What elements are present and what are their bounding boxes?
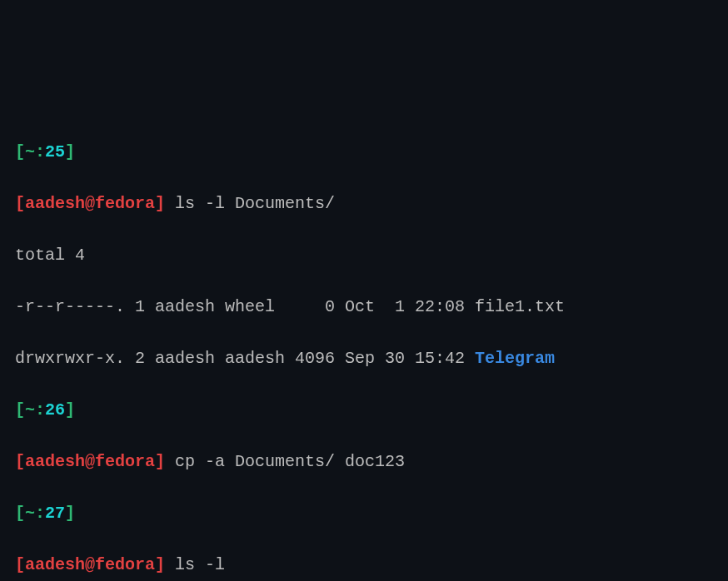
listing-output-1: -r--r-----. 1 aadesh wheel 0 Oct 1 22:08… xyxy=(15,294,713,371)
bracket-close: ] xyxy=(65,400,75,420)
path: ~ xyxy=(25,400,35,420)
path: ~ xyxy=(25,142,35,161)
bracket-open: [ xyxy=(15,142,25,161)
hostname: fedora xyxy=(95,452,155,471)
prompt-path-line: [~:27] xyxy=(15,500,713,526)
file-row: -r--r-----. 1 aadesh wheel 0 Oct 1 22:08… xyxy=(15,294,713,320)
terminal[interactable]: [~:25] [aadesh@fedora] ls -l Documents/ … xyxy=(15,113,713,581)
file-row: drwxrwxr-x. 2 aadesh aadesh 4096 Sep 30 … xyxy=(15,345,713,371)
bracket-open: [ xyxy=(15,555,25,574)
history-number: 27 xyxy=(45,504,65,523)
bracket-close: ] xyxy=(65,504,75,523)
bracket-open: [ xyxy=(15,400,25,420)
path-sep: : xyxy=(35,504,45,523)
at-sign: @ xyxy=(85,555,95,574)
command-text: ls -l Documents/ xyxy=(165,194,335,213)
bracket-open: [ xyxy=(15,194,25,213)
total-line: total 4 xyxy=(15,242,713,268)
prompt-user-line: [aadesh@fedora] ls -l Documents/ xyxy=(15,191,713,216)
file-meta: -r--r-----. 1 aadesh wheel 0 Oct 1 22:08 xyxy=(15,297,475,316)
bracket-open: [ xyxy=(15,504,25,523)
prompt-path-line: [~:26] xyxy=(15,397,713,423)
prompt-user-line: [aadesh@fedora] cp -a Documents/ doc123 xyxy=(15,449,713,474)
bracket-close: ] xyxy=(155,555,165,574)
user: aadesh xyxy=(25,555,85,574)
path-sep: : xyxy=(35,400,45,420)
bracket-close: ] xyxy=(155,452,165,471)
bracket-close: ] xyxy=(65,142,75,161)
hostname: fedora xyxy=(95,555,155,574)
user: aadesh xyxy=(25,194,85,213)
path-sep: : xyxy=(35,142,45,161)
user: aadesh xyxy=(25,452,85,471)
at-sign: @ xyxy=(85,194,95,213)
bracket-close: ] xyxy=(155,194,165,213)
hostname: fedora xyxy=(95,194,155,213)
file-name: file1.txt xyxy=(475,297,565,316)
bracket-open: [ xyxy=(15,452,25,471)
prompt-user-line: [aadesh@fedora] ls -l xyxy=(15,552,713,578)
at-sign: @ xyxy=(85,452,95,471)
file-name: Telegram xyxy=(475,349,555,368)
file-meta: drwxrwxr-x. 2 aadesh aadesh 4096 Sep 30 … xyxy=(15,349,475,368)
command-text: ls -l xyxy=(165,555,225,574)
history-number: 26 xyxy=(45,400,65,420)
prompt-path-line: [~:25] xyxy=(15,139,713,165)
path: ~ xyxy=(25,504,35,523)
command-text: cp -a Documents/ doc123 xyxy=(165,452,405,471)
history-number: 25 xyxy=(45,142,65,161)
